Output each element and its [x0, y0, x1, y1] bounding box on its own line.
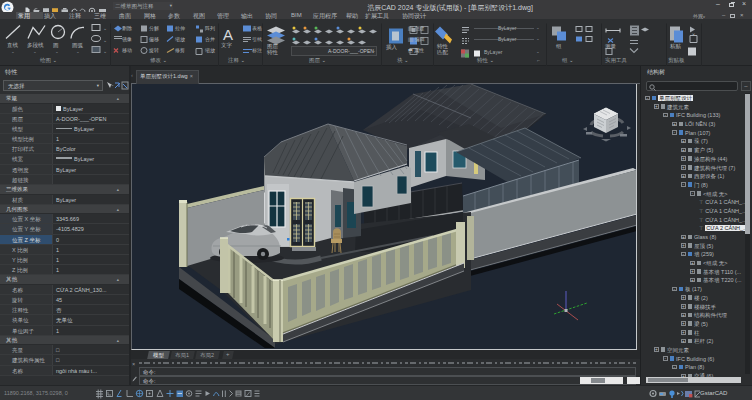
- svg-text:⌄: ⌄: [103, 37, 107, 43]
- svg-text:⌄: ⌄: [103, 48, 107, 54]
- svg-text:A: A: [223, 26, 233, 43]
- svg-text:⌄: ⌄: [691, 30, 696, 36]
- svg-text:⌄: ⌄: [103, 25, 107, 31]
